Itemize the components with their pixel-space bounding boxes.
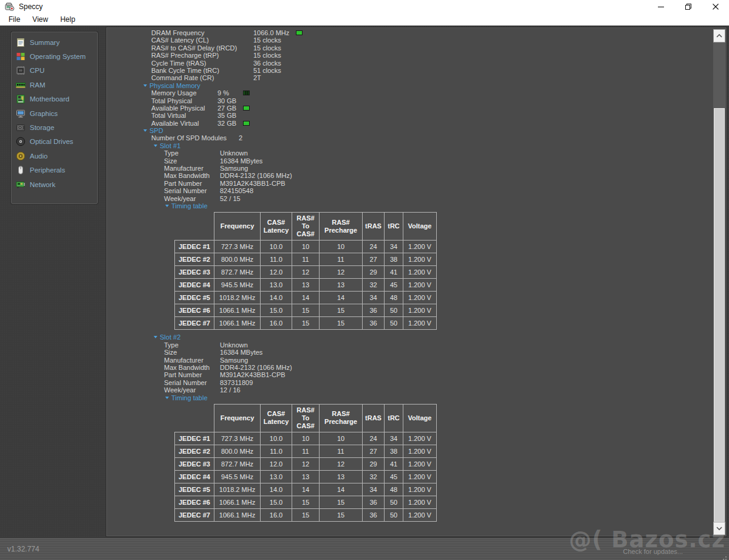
row-label: CAS# Latency (CL) [151, 36, 209, 44]
table-cell: 50 [385, 317, 403, 330]
row-name-cell: JEDEC #5 [175, 292, 214, 304]
row-label: Max Bandwidth [164, 172, 210, 179]
table-cell: 29 [363, 457, 385, 470]
row-label: DRAM Frequency [151, 29, 204, 36]
info-row: Command Rate (CR)2T [107, 74, 726, 81]
info-row: TypeUnknown [107, 341, 726, 349]
table-cell: 15 [292, 508, 320, 521]
hard-disk-icon [16, 123, 26, 132]
column-header: CAS# Latency [261, 213, 292, 241]
table-cell: 12 [320, 457, 363, 470]
vertical-scrollbar[interactable] [713, 29, 725, 535]
info-row: Number Of SPD Modules2 [107, 134, 726, 142]
row-label: Bank Cycle Time (tRC) [151, 67, 219, 74]
table-cell: 1066.1 MHz [214, 496, 261, 508]
scroll-up-icon[interactable] [713, 29, 725, 43]
sidebar-item-label: Graphics [30, 110, 58, 117]
table-cell: 727.3 MHz [214, 241, 261, 253]
check-for-updates-link[interactable]: Check for updates... [623, 548, 683, 555]
row-label: Command Rate (CR) [151, 74, 214, 81]
table-cell: 15 [320, 304, 363, 317]
section-spd[interactable]: SPD [107, 127, 726, 134]
row-label: Part Number [164, 180, 202, 187]
close-button[interactable] [702, 0, 729, 13]
table-cell: 872.7 MHz [214, 457, 261, 470]
table-cell: 800.0 MHz [214, 445, 261, 457]
table-cell: 1.200 V [403, 292, 437, 304]
minimize-button[interactable] [647, 0, 674, 13]
status-bar [0, 538, 729, 560]
column-header: Frequency [214, 404, 261, 432]
sidebar-item-graphics[interactable]: Graphics [12, 106, 97, 120]
row-value: 9 % [217, 89, 229, 97]
row-label: Total Physical [151, 97, 192, 104]
sidebar-item-cpu[interactable]: CPU [12, 64, 97, 78]
table-cell: 13 [292, 470, 320, 483]
sidebar-item-peripherals[interactable]: Peripherals [12, 163, 97, 177]
table-cell: 24 [363, 241, 385, 253]
row-label: Week/year [164, 195, 196, 202]
sidebar-item-network[interactable]: Network [12, 177, 97, 191]
sidebar-item-motherboard[interactable]: Motherboard [12, 92, 97, 106]
menu-item-help[interactable]: Help [54, 14, 81, 25]
info-row: Cycle Time (tRAS)36 clocks [107, 60, 726, 67]
menu-item-view[interactable]: View [26, 14, 54, 25]
row-name-cell: JEDEC #1 [175, 241, 214, 253]
sidebar-item-label: Storage [30, 124, 54, 131]
collapse-triangle-icon[interactable] [143, 84, 147, 87]
info-row: Part NumberM391A2K43BB1-CPB [107, 180, 726, 187]
row-value: 30 GB [217, 97, 236, 104]
row-label: RAS# to CAS# Delay (tRCD) [151, 44, 237, 52]
section-timing-table-2[interactable]: Timing table [107, 394, 726, 401]
table-cell: 1.200 V [403, 317, 437, 330]
collapse-triangle-icon[interactable] [154, 336, 157, 338]
table-cell: 32 [363, 470, 385, 483]
section-label: Slot #2 [160, 333, 180, 341]
row-value: Samsung [220, 165, 248, 172]
section-physical-memory[interactable]: Physical Memory [107, 82, 726, 89]
info-row: CAS# Latency (CL)15 clocks [107, 36, 726, 44]
row-value: M391A2K43BB1-CPB [220, 180, 286, 187]
sidebar-item-ram[interactable]: RAM [12, 78, 97, 92]
table-cell: 11 [320, 253, 363, 266]
memory-stick-icon [16, 80, 26, 90]
row-value: 32 GB [217, 120, 236, 127]
restore-button[interactable] [674, 0, 702, 13]
sidebar-item-operating-system[interactable]: Operating System [12, 49, 97, 63]
info-row: Total Physical30 GB [107, 97, 726, 104]
collapse-triangle-icon[interactable] [154, 145, 157, 147]
resize-grip[interactable] [725, 556, 727, 558]
table-cell: 38 [385, 445, 403, 457]
table-cell: 41 [385, 457, 403, 470]
sidebar-item-label: Motherboard [30, 95, 69, 103]
menu-item-file[interactable]: File [2, 14, 26, 25]
collapse-triangle-icon[interactable] [165, 397, 169, 399]
column-header: CAS# Latency [261, 404, 292, 432]
optical-disc-icon [16, 137, 26, 146]
info-row: Part NumberM391A2K43BB1-CPB [107, 371, 726, 378]
collapse-triangle-icon[interactable] [165, 205, 169, 207]
sidebar-item-storage[interactable]: Storage [12, 120, 97, 134]
sidebar-item-optical-drives[interactable]: Optical Drives [12, 135, 97, 149]
info-row: TypeUnknown [107, 149, 726, 157]
table-cell: 29 [363, 266, 385, 279]
row-name-cell: JEDEC #7 [175, 508, 214, 521]
section-slot-1[interactable]: Slot #1 [107, 142, 726, 149]
row-value: M391A2K43BB1-CPB [220, 371, 286, 378]
collapse-triangle-icon[interactable] [143, 129, 147, 132]
row-label: Size [164, 349, 177, 356]
section-timing-table-1[interactable]: Timing table [107, 202, 726, 210]
table-cell: 1.200 V [403, 304, 437, 317]
table-row: JEDEC #3872.7 MHz12.0121229411.200 V [175, 457, 437, 470]
scrollbar-thumb[interactable] [714, 108, 725, 522]
sidebar-item-label: RAM [30, 81, 46, 89]
table-cell: 15.0 [261, 496, 292, 508]
table-cell: 15 [320, 317, 363, 330]
scroll-down-icon[interactable] [713, 522, 725, 535]
green-bar-indicator-icon [243, 121, 250, 126]
table-cell: 36 [363, 508, 385, 521]
version-label: v1.32.774 [7, 545, 39, 553]
section-slot-2[interactable]: Slot #2 [107, 333, 726, 341]
sidebar-item-summary[interactable]: Summary [12, 35, 97, 49]
sidebar-item-audio[interactable]: Audio [12, 149, 97, 163]
